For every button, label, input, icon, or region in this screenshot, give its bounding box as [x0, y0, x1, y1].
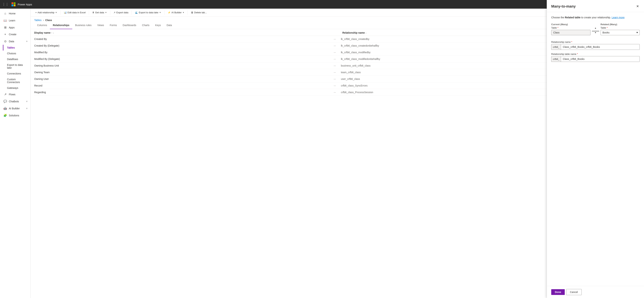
sidebar-item-label: Dataflows	[7, 58, 18, 61]
sidebar-item-chatbots[interactable]: 💬 Chatbots ∨	[0, 98, 30, 105]
relationship-table-name-prefix: crfb6_	[552, 56, 561, 62]
sidebar-item-label: Home	[9, 12, 16, 15]
sidebar-item-solutions[interactable]: 🧩 Solutions	[0, 112, 30, 119]
tab-relationships[interactable]: Relationships	[50, 21, 72, 29]
sidebar-item-label: Solutions	[9, 114, 19, 117]
done-button[interactable]: Done	[551, 289, 565, 295]
add-relationship-button[interactable]: + Add relationship ▼	[34, 10, 59, 15]
toolbar-separator	[60, 10, 60, 15]
related-table-select[interactable]: Books	[600, 30, 640, 35]
required-star: *	[607, 26, 608, 29]
delete-table-button[interactable]: 🗑 Delete tab...	[189, 10, 208, 15]
edit-excel-button[interactable]: 📊 Edit data in Excel	[62, 10, 87, 15]
sidebar-item-create[interactable]: + Create	[0, 31, 30, 38]
tab-columns[interactable]: Columns	[34, 21, 50, 29]
row-more-options[interactable]: ···	[334, 64, 341, 67]
breadcrumb-parent[interactable]: Tables	[34, 19, 42, 21]
add-icon: +	[35, 11, 37, 14]
cell-display-name: Modified By	[34, 51, 334, 54]
required-star: *	[558, 26, 558, 29]
sidebar-item-data[interactable]: ⊙ Data ∧	[0, 38, 30, 45]
sidebar-item-label: Export to data lake	[7, 63, 28, 69]
sidebar-item-apps[interactable]: ⊞ Apps	[0, 24, 30, 31]
dropdown-arrow-icon: ▼	[182, 11, 184, 13]
required-star: *	[577, 53, 578, 55]
row-more-options[interactable]: ···	[334, 71, 341, 74]
create-icon: +	[4, 33, 7, 36]
sort-asc-icon: ↑	[51, 32, 52, 34]
solutions-icon: 🧩	[4, 114, 7, 117]
tab-business-rules[interactable]: Business rules	[72, 21, 94, 29]
sidebar-item-label: Learn	[9, 19, 15, 22]
dropdown-arrow-icon: ▼	[55, 11, 57, 13]
grid-menu-icon[interactable]: ⋮⋮	[2, 2, 9, 6]
tab-views[interactable]: Views	[94, 21, 107, 29]
sidebar-item-home[interactable]: ⌂ Home	[0, 10, 30, 17]
apps-icon: ⊞	[4, 26, 7, 29]
sidebar-item-label: Create	[9, 33, 16, 36]
sidebar-item-choices[interactable]: Choices	[3, 50, 30, 56]
many-star-left: *	[595, 27, 596, 30]
cell-display-name: Owning Business Unit	[34, 64, 334, 67]
export-data-button[interactable]: ↗ Export data	[112, 10, 130, 15]
current-section-label: Current (Many)	[551, 23, 590, 26]
sidebar-item-dataflows[interactable]: Dataflows	[3, 56, 30, 62]
learn-icon: 📖	[4, 19, 7, 22]
row-more-options[interactable]: ···	[334, 51, 341, 54]
row-more-options[interactable]: ···	[334, 44, 341, 47]
get-data-icon: ⬇	[92, 11, 94, 14]
chevron-down-icon: ∧	[26, 40, 28, 42]
sidebar-item-custom-connectors[interactable]: Custom Connectors	[3, 76, 30, 85]
panel-close-button[interactable]: ✕	[636, 9, 640, 9]
panel-description: Choose the Related table to create your …	[551, 16, 640, 19]
data-icon: ⊙	[4, 40, 7, 43]
tab-dashboards[interactable]: Dashboards	[120, 21, 139, 29]
sidebar-item-gateways[interactable]: Gateways	[3, 85, 30, 91]
ai-builder-button[interactable]: ⚡ AI Builder ▼	[166, 10, 186, 15]
tab-forms[interactable]: Forms	[107, 21, 120, 29]
row-more-options[interactable]: ···	[334, 38, 341, 40]
flows-icon: ↗	[4, 93, 7, 96]
sidebar-item-label: Choices	[7, 52, 16, 55]
row-more-options[interactable]: ···	[334, 84, 341, 87]
app-name: Power Apps	[18, 3, 32, 6]
related-table-select-wrap: Books ▼	[600, 30, 640, 35]
sidebar-item-ai-builder[interactable]: 🤖 AI Builder ∨	[0, 105, 30, 112]
dropdown-arrow-icon: ▼	[105, 11, 107, 13]
row-more-options[interactable]: ···	[334, 91, 341, 94]
sidebar-item-connections[interactable]: Connections	[3, 71, 30, 76]
chevron-down-icon: ∨	[26, 100, 28, 103]
ai-icon: ⚡	[168, 11, 170, 14]
row-more-options[interactable]: ···	[334, 78, 341, 80]
cell-display-name: Owning User	[34, 78, 334, 80]
sidebar-data-submenu: Tables Choices Dataflows Export to data …	[0, 45, 30, 91]
sidebar-item-label: Tables	[7, 46, 15, 49]
export-lake-button[interactable]: 🌊 Export to data lake ▼	[133, 10, 163, 15]
tab-data[interactable]: Data	[164, 21, 175, 29]
tab-charts[interactable]: Charts	[139, 21, 152, 29]
current-table-input	[551, 30, 590, 35]
sidebar-item-label: Apps	[9, 26, 14, 29]
learn-more-link[interactable]: Learn more	[612, 16, 624, 19]
relationship-name-input[interactable]	[561, 44, 640, 50]
toolbar-separator	[188, 10, 188, 15]
lake-icon: 🌊	[135, 11, 138, 14]
sidebar-item-flows[interactable]: ↗ Flows	[0, 91, 30, 98]
sidebar-item-tables[interactable]: Tables	[3, 45, 30, 50]
relationship-name-input-wrap: crfb6_	[551, 44, 640, 50]
relationship-table-name-input[interactable]	[561, 56, 640, 62]
row-more-options[interactable]: ···	[334, 58, 341, 60]
get-data-button[interactable]: ⬇ Get data ▼	[90, 10, 108, 15]
sidebar-item-learn[interactable]: 📖 Learn	[0, 17, 30, 24]
panel-footer: Done Cancel	[547, 286, 644, 298]
related-section-label: Related (Many)	[600, 23, 640, 26]
cancel-button[interactable]: Cancel	[566, 289, 582, 295]
many-star-right: *	[595, 32, 596, 35]
related-table-label: Table *	[600, 26, 640, 29]
sidebar-item-export-lake[interactable]: Export to data lake	[3, 62, 30, 71]
panel-body: Choose the Related table to create your …	[547, 12, 644, 286]
sidebar-item-label: Flows	[9, 93, 16, 96]
column-header-display-name[interactable]: Display name ↑ ↓	[34, 31, 332, 34]
connector-line	[592, 31, 599, 31]
tab-keys[interactable]: Keys	[152, 21, 164, 29]
